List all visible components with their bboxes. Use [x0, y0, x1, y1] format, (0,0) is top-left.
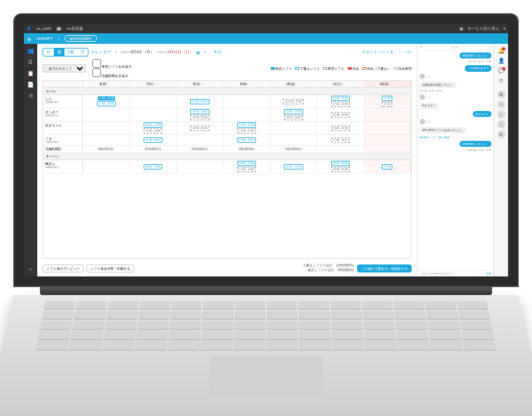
- view-tab-日[interactable]: 日: [43, 49, 54, 56]
- nav-calendar-icon[interactable]: 🗓: [28, 59, 33, 65]
- shift-block[interactable]: 17:00: [382, 96, 392, 101]
- spot-link[interactable]: スポットバイトを: [362, 50, 394, 54]
- shift-cell[interactable]: [130, 95, 176, 108]
- calendar-link[interactable]: カレンダー: [91, 50, 111, 54]
- shift-cell[interactable]: 05時間15分: [83, 146, 130, 152]
- shift-cell[interactable]: 05時間15分: [130, 146, 176, 152]
- shift-cell[interactable]: ▲17:00 - 23:00: [271, 95, 317, 108]
- store-name[interactable]: Air居酒屋: [66, 27, 83, 31]
- shift-cell[interactable]: [317, 146, 364, 152]
- hide-hours-checkbox[interactable]: [92, 68, 101, 77]
- shift-cell[interactable]: 16:00 - 24:0016:00 - 24:00: [317, 160, 364, 173]
- staff-avatar[interactable]: つ: [497, 100, 505, 108]
- shift-block[interactable]: 17:00 - 23:00: [98, 96, 115, 100]
- preview-button[interactable]: シフト表のプレビュー: [43, 264, 84, 272]
- date-picker-icon[interactable]: ▦: [196, 51, 200, 54]
- shift-block[interactable]: 19:30 - 23:30: [331, 112, 350, 118]
- shift-block[interactable]: 17:00 - 23:00: [331, 96, 350, 101]
- service-switch-label[interactable]: サービス切り替え: [467, 27, 499, 31]
- nav-settings-icon[interactable]: ⚙: [29, 93, 33, 99]
- shift-block[interactable]: 19:00 - 24:00: [284, 115, 303, 120]
- staff-name-cell[interactable]: せっきー08時間00分: [43, 108, 83, 121]
- shift-block[interactable]: 17:30 - 24:00: [144, 128, 162, 134]
- shift-block[interactable]: 16:00: [382, 164, 392, 169]
- shift-cell[interactable]: [271, 122, 317, 134]
- chat-menu-icon[interactable]: ⋯: [487, 45, 491, 49]
- chat-close-icon[interactable]: ×: [420, 45, 422, 49]
- staff-name-cell[interactable]: ぬまちゃん: [43, 122, 83, 134]
- nav-report-icon[interactable]: 📄: [27, 82, 34, 88]
- shift-cell[interactable]: [223, 95, 270, 108]
- shift-block[interactable]: 17:00 - 24:00: [237, 167, 256, 172]
- prev-icon[interactable]: ‹: [114, 49, 118, 55]
- shift-cell[interactable]: 19:30 - 23:3019:00 - 24:00: [271, 108, 317, 121]
- chat-icon[interactable]: 💬: [498, 68, 505, 74]
- shift-cell[interactable]: 05時間00分: [223, 146, 270, 152]
- shift-block[interactable]: 17:00 - 23:00: [190, 99, 209, 104]
- titlebar-dropdown-icon[interactable]: ▾: [503, 27, 505, 31]
- bell-icon[interactable]: 🔔: [498, 48, 505, 54]
- shift-cell[interactable]: 17:00 - 23:00: [177, 95, 223, 108]
- shift-cell[interactable]: 19:30 - 23:30: [317, 108, 364, 121]
- view-tab-週[interactable]: 週: [54, 49, 65, 56]
- shift-block[interactable]: 17:30 - 23:15: [331, 138, 350, 143]
- shift-block[interactable]: 17:30 - 23:15: [144, 138, 162, 143]
- shift-block[interactable]: 16:00 - 24:00: [284, 164, 303, 169]
- shift-block[interactable]: 16:00 - 24:00: [331, 167, 350, 172]
- chat-input[interactable]: ごめんこの日出られるかな？: [420, 272, 454, 275]
- shift-block[interactable]: 17:00 - 23:00: [97, 101, 116, 106]
- shift-block[interactable]: 19:30 - 23:30: [190, 109, 209, 114]
- shift-block[interactable]: 17:00 - 23:00: [331, 102, 350, 107]
- shift-cell[interactable]: [83, 122, 130, 134]
- shift-cell[interactable]: [83, 160, 130, 173]
- shift-cell[interactable]: [364, 135, 411, 145]
- person-icon[interactable]: 👤: [498, 58, 505, 64]
- shift-cell[interactable]: 17:00 - 23:0017:00 - 23:00: [317, 95, 364, 108]
- shift-block[interactable]: 16:00 - 23:00: [144, 164, 162, 169]
- shift-cell[interactable]: 19:30 - 23:3019:00 - 24:00: [177, 108, 223, 121]
- today-button[interactable]: 今日: [213, 50, 221, 54]
- shift-cell[interactable]: 19:00 - 24:00: [317, 122, 364, 134]
- staff-name-cell[interactable]: 労働時間計: [43, 146, 83, 152]
- help-link[interactable]: ❔ ヘル: [398, 50, 412, 54]
- shift-cell[interactable]: 16:00 - 24:00: [271, 160, 317, 173]
- confirm-all-button[interactable]: この週の下書きを一括確定する: [357, 264, 412, 272]
- shift-cell[interactable]: [364, 122, 411, 134]
- shift-cell[interactable]: 17:30 - 23:15: [130, 135, 176, 145]
- shift-block[interactable]: ▲17:00 - 23:00: [283, 99, 304, 104]
- shift-cell[interactable]: [177, 135, 223, 145]
- chat-send-button[interactable]: 送信: [486, 272, 491, 275]
- shift-cell[interactable]: [130, 108, 176, 121]
- shift-cell[interactable]: 19:00 - 24:00: [177, 122, 223, 134]
- shift-block[interactable]: 19:00 - 24:00: [237, 122, 256, 128]
- shift-cell[interactable]: [223, 108, 270, 121]
- shift-cell[interactable]: 19:00 - 24:0017:30 - 24:00: [223, 122, 270, 134]
- shift-cell[interactable]: [83, 135, 130, 145]
- staff-avatar[interactable]: 鈴: [497, 130, 505, 138]
- shift-cell[interactable]: 17:30 - 23:15: [317, 135, 364, 145]
- staff-name-cell[interactable]: くま11時間30分: [43, 135, 83, 145]
- shift-block[interactable]: 16:00 - 24:00: [237, 161, 256, 166]
- shift-cell[interactable]: [271, 135, 317, 145]
- staff-filter-select[interactable]: 全てのスタッフ: [43, 64, 86, 72]
- share-button[interactable]: シフト表を共有・印刷する: [86, 264, 134, 272]
- shift-block[interactable]: 17:30 - 23:15: [237, 138, 256, 143]
- shift-block[interactable]: 19:30 - 23:30: [284, 109, 303, 114]
- shift-block[interactable]: 16:00 - 24:00: [331, 161, 350, 166]
- shift-block[interactable]: 17:30 - 24:00: [237, 128, 256, 134]
- shift-block[interactable]: 19:00 - 24:00: [331, 126, 350, 131]
- shift-cell[interactable]: 16:00 - 23:00: [130, 160, 176, 173]
- staff-avatar[interactable]: し: [497, 120, 505, 128]
- shift-block[interactable]: 17:00: [382, 102, 392, 107]
- shift-block[interactable]: 19:00 - 24:00: [190, 115, 209, 120]
- staff-avatar[interactable]: 鳴: [497, 90, 505, 98]
- nav-staff-icon[interactable]: 👥: [27, 48, 34, 54]
- settings-icon[interactable]: ⚙: [499, 78, 503, 84]
- shift-cell[interactable]: 17:00 - 23:0017:00 - 23:00: [83, 95, 130, 108]
- shift-block[interactable]: 19:00 - 24:00: [190, 126, 209, 131]
- view-tab-2週[interactable]: 2週: [65, 49, 77, 56]
- shift-block[interactable]: 19:00 - 24:00: [144, 122, 162, 128]
- shift-cell[interactable]: [364, 108, 411, 121]
- shift-cell[interactable]: [83, 108, 130, 121]
- nav-expand-icon[interactable]: »: [29, 266, 32, 272]
